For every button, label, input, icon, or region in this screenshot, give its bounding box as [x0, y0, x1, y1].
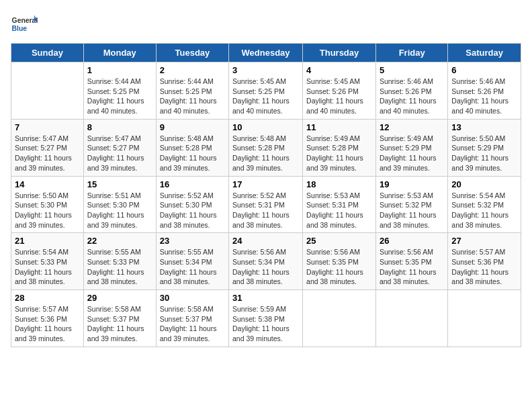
calendar-cell: 18Sunrise: 5:53 AM Sunset: 5:31 PM Dayli… — [303, 176, 376, 233]
day-number: 30 — [160, 293, 225, 303]
cell-info: Sunrise: 5:47 AM Sunset: 5:27 PM Dayligh… — [15, 134, 80, 173]
calendar-cell: 22Sunrise: 5:55 AM Sunset: 5:33 PM Dayli… — [83, 233, 156, 290]
cell-info: Sunrise: 5:55 AM Sunset: 5:34 PM Dayligh… — [160, 247, 225, 287]
day-number: 24 — [232, 236, 299, 246]
calendar-cell: 8Sunrise: 5:47 AM Sunset: 5:27 PM Daylig… — [83, 119, 156, 176]
day-number: 15 — [87, 179, 152, 189]
cell-info: Sunrise: 5:58 AM Sunset: 5:37 PM Dayligh… — [87, 304, 152, 344]
day-number: 18 — [306, 179, 372, 189]
day-number: 11 — [306, 122, 372, 132]
cell-info: Sunrise: 5:54 AM Sunset: 5:33 PM Dayligh… — [15, 247, 80, 287]
cell-info: Sunrise: 5:56 AM Sunset: 5:34 PM Dayligh… — [232, 247, 299, 287]
calendar-cell: 23Sunrise: 5:55 AM Sunset: 5:34 PM Dayli… — [156, 233, 228, 290]
calendar-cell — [375, 290, 447, 347]
calendar-week-3: 14Sunrise: 5:50 AM Sunset: 5:30 PM Dayli… — [11, 176, 521, 233]
day-number: 19 — [380, 179, 444, 189]
calendar-cell: 15Sunrise: 5:51 AM Sunset: 5:30 PM Dayli… — [83, 176, 156, 233]
calendar-cell: 31Sunrise: 5:59 AM Sunset: 5:38 PM Dayli… — [229, 290, 303, 347]
day-number: 5 — [380, 65, 444, 75]
cell-info: Sunrise: 5:53 AM Sunset: 5:32 PM Dayligh… — [380, 191, 444, 230]
calendar-table: SundayMondayTuesdayWednesdayThursdayFrid… — [11, 43, 521, 347]
day-header-monday: Monday — [83, 44, 156, 62]
day-number: 7 — [15, 122, 80, 132]
day-number: 10 — [232, 122, 299, 132]
days-header-row: SundayMondayTuesdayWednesdayThursdayFrid… — [11, 44, 521, 62]
day-number: 12 — [380, 122, 444, 132]
day-number: 4 — [306, 65, 372, 75]
cell-info: Sunrise: 5:58 AM Sunset: 5:37 PM Dayligh… — [160, 304, 225, 344]
calendar-week-1: 1Sunrise: 5:44 AM Sunset: 5:25 PM Daylig… — [11, 62, 521, 120]
cell-info: Sunrise: 5:45 AM Sunset: 5:25 PM Dayligh… — [232, 77, 299, 116]
calendar-cell: 13Sunrise: 5:50 AM Sunset: 5:29 PM Dayli… — [448, 119, 521, 176]
calendar-cell: 2Sunrise: 5:44 AM Sunset: 5:25 PM Daylig… — [156, 62, 228, 120]
calendar-cell: 11Sunrise: 5:49 AM Sunset: 5:28 PM Dayli… — [303, 119, 376, 176]
day-header-tuesday: Tuesday — [156, 44, 228, 62]
day-header-saturday: Saturday — [448, 44, 521, 62]
calendar-cell: 17Sunrise: 5:52 AM Sunset: 5:31 PM Dayli… — [229, 176, 303, 233]
calendar-cell: 4Sunrise: 5:45 AM Sunset: 5:26 PM Daylig… — [303, 62, 376, 120]
calendar-cell: 26Sunrise: 5:56 AM Sunset: 5:35 PM Dayli… — [375, 233, 447, 290]
calendar-cell: 14Sunrise: 5:50 AM Sunset: 5:30 PM Dayli… — [11, 176, 84, 233]
calendar-cell: 10Sunrise: 5:48 AM Sunset: 5:28 PM Dayli… — [229, 119, 303, 176]
day-number: 2 — [160, 65, 225, 75]
calendar-cell: 28Sunrise: 5:57 AM Sunset: 5:36 PM Dayli… — [11, 290, 84, 347]
day-number: 26 — [380, 236, 444, 246]
cell-info: Sunrise: 5:50 AM Sunset: 5:29 PM Dayligh… — [451, 134, 517, 173]
logo: General Blue — [11, 11, 40, 38]
day-number: 1 — [87, 65, 152, 75]
calendar-cell: 5Sunrise: 5:46 AM Sunset: 5:26 PM Daylig… — [375, 62, 447, 120]
day-number: 29 — [87, 293, 152, 303]
day-number: 27 — [451, 236, 517, 246]
calendar-cell: 19Sunrise: 5:53 AM Sunset: 5:32 PM Dayli… — [375, 176, 447, 233]
calendar-week-4: 21Sunrise: 5:54 AM Sunset: 5:33 PM Dayli… — [11, 233, 521, 290]
cell-info: Sunrise: 5:56 AM Sunset: 5:35 PM Dayligh… — [380, 247, 444, 287]
calendar-cell: 7Sunrise: 5:47 AM Sunset: 5:27 PM Daylig… — [11, 119, 84, 176]
day-number: 16 — [160, 179, 225, 189]
day-number: 25 — [306, 236, 372, 246]
day-number: 3 — [232, 65, 299, 75]
day-number: 22 — [87, 236, 152, 246]
day-header-thursday: Thursday — [303, 44, 376, 62]
cell-info: Sunrise: 5:46 AM Sunset: 5:26 PM Dayligh… — [451, 77, 517, 116]
cell-info: Sunrise: 5:52 AM Sunset: 5:30 PM Dayligh… — [160, 191, 225, 230]
calendar-cell: 1Sunrise: 5:44 AM Sunset: 5:25 PM Daylig… — [83, 62, 156, 120]
cell-info: Sunrise: 5:52 AM Sunset: 5:31 PM Dayligh… — [232, 191, 299, 230]
day-header-wednesday: Wednesday — [229, 44, 303, 62]
cell-info: Sunrise: 5:50 AM Sunset: 5:30 PM Dayligh… — [15, 191, 80, 230]
calendar-week-5: 28Sunrise: 5:57 AM Sunset: 5:36 PM Dayli… — [11, 290, 521, 347]
calendar-cell: 25Sunrise: 5:56 AM Sunset: 5:35 PM Dayli… — [303, 233, 376, 290]
calendar-cell: 6Sunrise: 5:46 AM Sunset: 5:26 PM Daylig… — [448, 62, 521, 120]
cell-info: Sunrise: 5:44 AM Sunset: 5:25 PM Dayligh… — [160, 77, 225, 116]
day-number: 8 — [87, 122, 152, 132]
page-header: General Blue — [11, 11, 521, 38]
calendar-cell: 3Sunrise: 5:45 AM Sunset: 5:25 PM Daylig… — [229, 62, 303, 120]
calendar-week-2: 7Sunrise: 5:47 AM Sunset: 5:27 PM Daylig… — [11, 119, 521, 176]
calendar-cell — [448, 290, 521, 347]
calendar-cell: 9Sunrise: 5:48 AM Sunset: 5:28 PM Daylig… — [156, 119, 228, 176]
cell-info: Sunrise: 5:54 AM Sunset: 5:32 PM Dayligh… — [451, 191, 517, 230]
day-number: 13 — [451, 122, 517, 132]
day-number: 31 — [232, 293, 299, 303]
calendar-cell: 20Sunrise: 5:54 AM Sunset: 5:32 PM Dayli… — [448, 176, 521, 233]
day-number: 17 — [232, 179, 299, 189]
calendar-cell — [11, 62, 84, 120]
calendar-cell: 16Sunrise: 5:52 AM Sunset: 5:30 PM Dayli… — [156, 176, 228, 233]
cell-info: Sunrise: 5:55 AM Sunset: 5:33 PM Dayligh… — [87, 247, 152, 287]
cell-info: Sunrise: 5:48 AM Sunset: 5:28 PM Dayligh… — [232, 134, 299, 173]
cell-info: Sunrise: 5:53 AM Sunset: 5:31 PM Dayligh… — [306, 191, 372, 230]
day-header-sunday: Sunday — [11, 44, 84, 62]
day-number: 6 — [451, 65, 517, 75]
calendar-cell — [303, 290, 376, 347]
calendar-cell: 27Sunrise: 5:57 AM Sunset: 5:36 PM Dayli… — [448, 233, 521, 290]
cell-info: Sunrise: 5:49 AM Sunset: 5:28 PM Dayligh… — [306, 134, 372, 173]
day-number: 28 — [15, 293, 80, 303]
cell-info: Sunrise: 5:56 AM Sunset: 5:35 PM Dayligh… — [306, 247, 372, 287]
cell-info: Sunrise: 5:57 AM Sunset: 5:36 PM Dayligh… — [451, 247, 517, 287]
svg-text:Blue: Blue — [12, 25, 28, 32]
day-header-friday: Friday — [375, 44, 447, 62]
day-number: 14 — [15, 179, 80, 189]
cell-info: Sunrise: 5:51 AM Sunset: 5:30 PM Dayligh… — [87, 191, 152, 230]
day-number: 21 — [15, 236, 80, 246]
cell-info: Sunrise: 5:49 AM Sunset: 5:29 PM Dayligh… — [380, 134, 444, 173]
cell-info: Sunrise: 5:48 AM Sunset: 5:28 PM Dayligh… — [160, 134, 225, 173]
